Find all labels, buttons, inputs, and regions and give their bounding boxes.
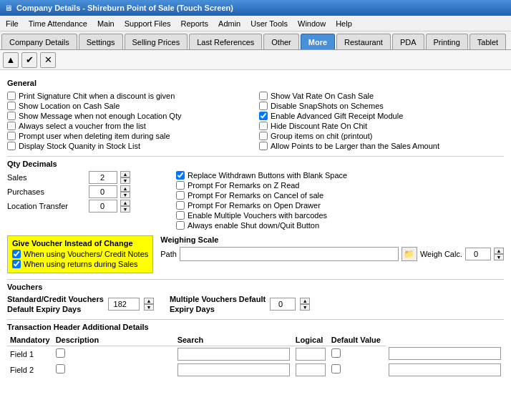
transaction-title: Transaction Header Additional Details xyxy=(7,323,504,331)
menu-main[interactable]: Main xyxy=(93,18,119,29)
field1-description-input[interactable] xyxy=(177,348,290,361)
voucher-title: Give Voucher Instead of Change xyxy=(12,239,148,248)
purchases-spin-down[interactable]: ▼ xyxy=(120,192,130,198)
weigh-calc-input[interactable] xyxy=(465,248,491,260)
field2-mandatory-check[interactable] xyxy=(56,364,65,373)
check-always-select-label: Always select a voucher from the list xyxy=(19,122,146,130)
field2-logical-check[interactable] xyxy=(331,364,341,373)
field2-logical-cell xyxy=(328,362,386,378)
tab-last-references[interactable]: Last References xyxy=(189,34,262,49)
check-allow-points: Allow Points to be Larger than the Sales… xyxy=(259,142,504,150)
title-bar-text: Company Details - Shireburn Point of Sal… xyxy=(16,4,233,12)
check-always-select-input[interactable] xyxy=(7,122,16,130)
check-hide-discount-input[interactable] xyxy=(259,122,268,130)
field1-description-cell xyxy=(175,346,293,362)
tab-other[interactable]: Other xyxy=(263,34,299,49)
up-button[interactable]: ▲ xyxy=(3,52,19,68)
check-prompt-z-read-input[interactable] xyxy=(176,181,185,190)
check-group-items-input[interactable] xyxy=(259,132,268,140)
tab-restaurant[interactable]: Restaurant xyxy=(336,34,391,49)
toolbar: ▲ ✔ ✕ xyxy=(0,50,511,70)
check-button[interactable]: ✔ xyxy=(21,52,37,68)
check-allow-points-input[interactable] xyxy=(259,142,268,150)
check-print-signature-input[interactable] xyxy=(7,92,16,100)
check-enable-multiple-input[interactable] xyxy=(176,211,185,220)
field2-description-input[interactable] xyxy=(177,363,290,376)
check-disable-snapshots-input[interactable] xyxy=(259,102,268,110)
field2-default-input[interactable] xyxy=(389,363,501,376)
field2-description-cell xyxy=(175,362,293,378)
field1-logical-cell xyxy=(328,346,386,362)
standard-spin-up[interactable]: ▲ xyxy=(144,298,154,304)
sales-label: Sales xyxy=(7,173,86,182)
transaction-section: Transaction Header Additional Details Ma… xyxy=(7,319,504,378)
location-transfer-input[interactable] xyxy=(89,200,117,213)
tab-pda[interactable]: PDA xyxy=(392,34,424,49)
field1-default-input[interactable] xyxy=(389,347,501,360)
sales-spin-down[interactable]: ▼ xyxy=(120,177,130,184)
menu-time-attendance[interactable]: Time Attendance xyxy=(24,18,92,29)
standard-spin-down[interactable]: ▼ xyxy=(144,304,154,311)
field2-mandatory-cell xyxy=(53,362,175,378)
check-hide-discount: Hide Discount Rate On Chit xyxy=(259,122,504,130)
sales-spin-up[interactable]: ▲ xyxy=(120,171,130,177)
close-button[interactable]: ✕ xyxy=(40,52,56,68)
check-show-location: Show Location on Cash Sale xyxy=(7,102,252,110)
menu-file[interactable]: File xyxy=(1,18,23,29)
check-display-stock-input[interactable] xyxy=(7,142,16,150)
tab-printing[interactable]: Printing xyxy=(426,34,468,49)
purchases-input[interactable] xyxy=(89,185,117,198)
check-enable-gift-input[interactable] xyxy=(259,112,268,120)
field2-search-input[interactable] xyxy=(296,363,326,376)
weigh-calc-spin-down[interactable]: ▼ xyxy=(494,254,504,260)
field1-search-input[interactable] xyxy=(296,348,326,361)
location-transfer-spin-up[interactable]: ▲ xyxy=(120,200,130,206)
check-replace-withdrawn-input[interactable] xyxy=(176,171,185,180)
check-prompt-drawer-label: Prompt For Remarks on Open Drawer xyxy=(188,201,321,210)
path-input[interactable] xyxy=(180,247,399,261)
menu-admin[interactable]: Admin xyxy=(214,18,245,29)
check-show-location-input[interactable] xyxy=(7,102,16,110)
check-prompt-drawer-input[interactable] xyxy=(176,201,185,210)
check-prompt-cancel-input[interactable] xyxy=(176,191,185,200)
check-show-location-label: Show Location on Cash Sale xyxy=(19,102,120,110)
menu-help[interactable]: Help xyxy=(331,18,356,29)
sales-input[interactable] xyxy=(89,171,117,184)
multiple-spin-down[interactable]: ▼ xyxy=(300,304,310,311)
tab-tablet[interactable]: Tablet xyxy=(469,34,506,49)
standard-vouchers-label: Standard/Credit VouchersDefault Expiry D… xyxy=(7,294,104,315)
check-enable-gift-label: Enable Advanced Gift Receipt Module xyxy=(271,112,403,120)
menu-user-tools[interactable]: User Tools xyxy=(246,18,292,29)
check-always-enable-input[interactable] xyxy=(176,221,185,230)
vouchers-title: Vouchers xyxy=(7,283,504,291)
qty-right-checks: Replace Withdrawn Buttons with Blank Spa… xyxy=(176,171,347,231)
check-show-vat-input[interactable] xyxy=(259,92,268,100)
check-prompt-user-input[interactable] xyxy=(7,132,16,140)
vouchers-section: Vouchers Standard/Credit VouchersDefault… xyxy=(7,279,504,315)
check-show-message-label: Show Message when not enough Location Qt… xyxy=(19,112,181,120)
col-mandatory: Mandatory xyxy=(7,334,53,346)
menu-reports[interactable]: Reports xyxy=(177,18,213,29)
check-allow-points-label: Allow Points to be Larger than the Sales… xyxy=(271,142,439,150)
tab-more[interactable]: More xyxy=(301,34,335,49)
purchases-spin-up[interactable]: ▲ xyxy=(120,185,130,192)
location-transfer-spin-down[interactable]: ▼ xyxy=(120,206,130,213)
check-voucher-credit-input[interactable] xyxy=(12,250,21,258)
weigh-calc-spin-up[interactable]: ▲ xyxy=(494,248,504,254)
table-row: Field 2 xyxy=(7,362,504,378)
path-label: Path xyxy=(160,250,177,258)
field1-logical-check[interactable] xyxy=(331,348,341,358)
check-voucher-returns-input[interactable] xyxy=(12,260,21,268)
menu-support-files[interactable]: Support Files xyxy=(120,18,175,29)
field2-search-cell xyxy=(293,362,328,378)
tab-company-details[interactable]: Company Details xyxy=(1,34,77,49)
tab-selling-prices[interactable]: Selling Prices xyxy=(125,34,188,49)
multiple-vouchers-input[interactable] xyxy=(270,298,296,311)
multiple-spin-up[interactable]: ▲ xyxy=(300,298,310,304)
tab-settings[interactable]: Settings xyxy=(79,34,123,49)
standard-vouchers-input[interactable] xyxy=(108,298,140,311)
field1-mandatory-check[interactable] xyxy=(56,348,65,358)
folder-button[interactable]: 📁 xyxy=(402,247,417,261)
menu-window[interactable]: Window xyxy=(293,18,330,29)
check-show-message-input[interactable] xyxy=(7,112,16,120)
